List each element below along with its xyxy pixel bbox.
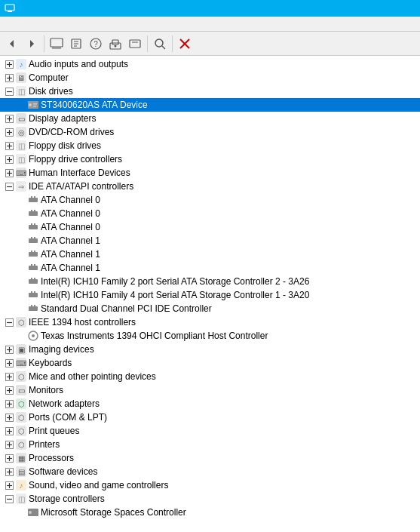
tree-item-computer[interactable]: 🖥 Computer	[0, 71, 420, 85]
expand-icon-ide-c4	[15, 235, 27, 247]
tree-item-dvd[interactable]: ◎ DVD/CD-ROM drives	[0, 125, 420, 139]
tree-item-audio[interactable]: ♪ Audio inputs and outputs	[0, 57, 420, 71]
sep1	[44, 35, 44, 52]
tree-label-software-dev: Software devices	[29, 465, 97, 478]
tree-item-disk-child1[interactable]: ST3400620AS ATA Device	[0, 98, 420, 112]
menu-action[interactable]	[15, 23, 27, 26]
tree-item-hid[interactable]: ⌨ Human Interface Devices	[0, 166, 420, 180]
tree-label-ide-c3: ATA Channel 0	[41, 220, 100, 234]
update-driver-button[interactable]	[106, 35, 124, 53]
expand-icon-disk-drives[interactable]	[3, 85, 15, 97]
expand-icon-floppy[interactable]	[3, 140, 15, 152]
menu-bar	[0, 17, 420, 32]
svg-text:♪: ♪	[20, 60, 23, 69]
tree-item-software-dev[interactable]: ▤ Software devices	[0, 465, 420, 478]
tree-item-print-q[interactable]: ⬡ Print queues	[0, 424, 420, 438]
menu-help[interactable]	[39, 23, 51, 26]
expand-icon-storage[interactable]	[3, 493, 15, 505]
tree-label-ide-c4: ATA Channel 1	[41, 234, 100, 248]
tree-item-ieee[interactable]: ⬡ IEEE 1394 host controllers	[0, 315, 420, 329]
device-icon-storage-child	[27, 506, 39, 518]
expand-icon-keyboards[interactable]	[3, 357, 15, 369]
tree-item-ide-c3[interactable]: ATA Channel 0	[0, 220, 420, 234]
menu-view[interactable]	[27, 23, 39, 26]
tree-item-ide-c2[interactable]: ATA Channel 0	[0, 207, 420, 220]
scan-button[interactable]	[151, 35, 169, 53]
svg-rect-38	[33, 103, 37, 105]
tree-item-floppy-ctrl[interactable]: ◫ Floppy drive controllers	[0, 152, 420, 166]
tree-item-disk-drives[interactable]: ◫ Disk drives	[0, 85, 420, 98]
expand-icon-mice[interactable]	[3, 371, 15, 383]
computer-button[interactable]	[48, 35, 66, 53]
tree-item-imaging[interactable]: ▣ Imaging devices	[0, 343, 420, 356]
expand-icon-ide[interactable]	[3, 180, 15, 192]
svg-rect-92	[34, 291, 35, 294]
svg-rect-79	[31, 237, 32, 239]
tree-item-monitors[interactable]: ▭ Monitors	[0, 383, 420, 397]
expand-icon-display[interactable]	[3, 112, 15, 125]
tree-item-storage[interactable]: ◫ Storage controllers	[0, 492, 420, 506]
svg-rect-95	[34, 305, 35, 307]
tree-item-ide-c4[interactable]: ATA Channel 1	[0, 234, 420, 248]
tree-item-ide-c5[interactable]: ATA Channel 1	[0, 248, 420, 261]
svg-rect-80	[34, 237, 35, 239]
back-button[interactable]	[3, 35, 21, 53]
tree-item-sound[interactable]: ♪ Sound, video and game controllers	[0, 478, 420, 492]
tree-item-keyboards[interactable]: ⌨ Keyboards	[0, 356, 420, 370]
expand-icon-sound[interactable]	[3, 479, 15, 491]
expand-icon-hid[interactable]	[3, 167, 15, 179]
tree-item-printers[interactable]: ⬡ Printers	[0, 438, 420, 451]
expand-icon-floppy-ctrl[interactable]	[3, 153, 15, 165]
help-button[interactable]: ?	[87, 35, 105, 53]
expand-icon-print-q[interactable]	[3, 425, 15, 437]
expand-icon-imaging[interactable]	[3, 343, 15, 355]
svg-text:⬡: ⬡	[18, 441, 25, 449]
tree-item-ide-intel2[interactable]: Intel(R) ICH10 Family 4 port Serial ATA …	[0, 288, 420, 302]
tree-label-ide-c5: ATA Channel 1	[41, 248, 100, 261]
expand-icon-audio[interactable]	[3, 58, 15, 70]
tree-item-ide-std[interactable]: Standard Dual Channel PCI IDE Controller	[0, 302, 420, 315]
tree-item-network[interactable]: ⬡ Network adapters	[0, 397, 420, 411]
tree-item-display[interactable]: ▭ Display adapters	[0, 112, 420, 125]
expand-icon-ports[interactable]	[3, 411, 15, 423]
device-icon-processors: ▦	[15, 452, 27, 464]
tree-label-sound: Sound, video and game controllers	[29, 478, 168, 492]
expand-icon-computer[interactable]	[3, 72, 15, 84]
delete-button[interactable]	[176, 35, 194, 53]
device-icon-ide-intel1	[27, 275, 39, 288]
expand-icon-software-dev[interactable]	[3, 466, 15, 478]
tree-item-ide-c6[interactable]: ATA Channel 1	[0, 261, 420, 275]
tree-item-processors[interactable]: ▦ Processors	[0, 451, 420, 465]
sep2	[147, 35, 148, 52]
tree-item-floppy[interactable]: ◫ Floppy disk drives	[0, 139, 420, 152]
tree-item-ide-intel1[interactable]: Intel(R) ICH10 Family 2 port Serial ATA …	[0, 275, 420, 288]
device-icon-ide-c4	[27, 235, 39, 247]
device-icon-ide-c5	[27, 248, 39, 260]
device-icon-ide-c6	[27, 262, 39, 274]
tree-item-ports[interactable]: ⬡ Ports (COM & LPT)	[0, 411, 420, 424]
tree-item-ide[interactable]: ⇒ IDE ATA/ATAPI controllers	[0, 180, 420, 193]
properties-button[interactable]	[67, 35, 85, 53]
svg-marker-2	[10, 40, 14, 48]
expand-icon-dvd[interactable]	[3, 126, 15, 138]
device-tree[interactable]: ♪ Audio inputs and outputs 🖥 Computer ◫ …	[0, 56, 420, 532]
tree-item-ieee-child[interactable]: Texas Instruments 1394 OHCI Compliant Ho…	[0, 329, 420, 343]
expand-icon-printers[interactable]	[3, 438, 15, 451]
uninstall-button[interactable]	[126, 35, 144, 53]
tree-item-ide-c1[interactable]: ATA Channel 0	[0, 193, 420, 207]
device-icon-ports: ⬡	[15, 411, 27, 423]
tree-item-mice[interactable]: ⬡ Mice and other pointing devices	[0, 370, 420, 383]
menu-file[interactable]	[3, 23, 15, 26]
svg-point-37	[29, 103, 32, 106]
tree-item-storage-child[interactable]: Microsoft Storage Spaces Controller	[0, 506, 420, 519]
expand-icon-monitors[interactable]	[3, 384, 15, 396]
expand-icon-processors[interactable]	[3, 452, 15, 464]
forward-button[interactable]	[23, 35, 41, 53]
device-icon-audio: ♪	[15, 58, 27, 70]
tree-label-audio: Audio inputs and outputs	[29, 57, 128, 71]
expand-icon-ide-c2	[15, 208, 27, 220]
expand-icon-network[interactable]	[3, 398, 15, 410]
device-icon-mice: ⬡	[15, 371, 27, 383]
expand-icon-ieee[interactable]	[3, 316, 15, 328]
svg-rect-82	[31, 251, 32, 253]
